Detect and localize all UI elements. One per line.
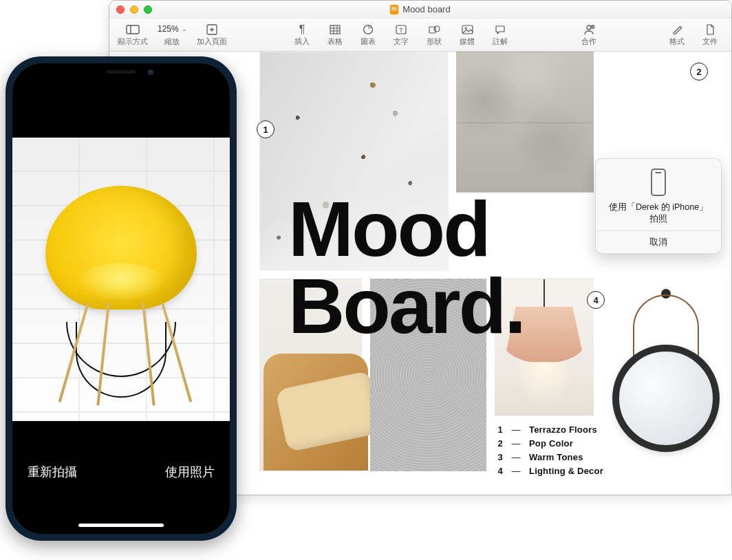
svg-point-14 bbox=[434, 26, 440, 32]
svg-rect-5 bbox=[330, 25, 340, 34]
collaborate-button[interactable]: 合作 bbox=[573, 23, 605, 48]
comment-label: 註解 bbox=[493, 36, 508, 47]
collaborate-icon bbox=[582, 24, 596, 35]
titlebar: Mood board bbox=[109, 1, 731, 19]
legend-row: 1 — Terrazzo Floors bbox=[495, 423, 653, 437]
legend-label: Lighting & Decor bbox=[529, 464, 603, 478]
moodboard-title[interactable]: Mood Board. bbox=[288, 191, 524, 344]
legend-label: Terrazzo Floors bbox=[529, 423, 597, 437]
collaborate-label: 合作 bbox=[581, 36, 596, 47]
shape-button[interactable]: 形狀 bbox=[418, 23, 450, 48]
document-label: 文件 bbox=[702, 36, 718, 47]
chart-button[interactable]: 圖表 bbox=[352, 23, 384, 48]
close-window-button[interactable] bbox=[116, 6, 125, 14]
legend-row: 2 — Pop Color bbox=[495, 437, 653, 451]
legend-label: Warm Tones bbox=[529, 451, 583, 464]
camera-photo-preview bbox=[12, 138, 230, 432]
insert-label: 插入 bbox=[294, 36, 310, 47]
table-icon bbox=[328, 24, 342, 35]
callout-marker-1: 1 bbox=[257, 120, 274, 138]
format-label: 格式 bbox=[669, 36, 685, 47]
legend-label: Pop Color bbox=[529, 437, 573, 451]
image-concrete[interactable] bbox=[456, 52, 594, 193]
legend-row: 3 — Warm Tones bbox=[495, 451, 653, 464]
chart-icon bbox=[361, 24, 375, 35]
format-button[interactable]: 格式 bbox=[661, 23, 693, 48]
chart-label: 圖表 bbox=[360, 36, 376, 47]
document-button[interactable]: 文件 bbox=[694, 23, 726, 48]
svg-text:T: T bbox=[399, 27, 403, 34]
zoom-value: 125% bbox=[158, 24, 179, 34]
iphone-notch bbox=[69, 63, 173, 81]
svg-point-17 bbox=[587, 25, 591, 30]
insert-button[interactable]: ¶ 插入 bbox=[286, 23, 318, 48]
popover-cancel-button[interactable]: 取消 bbox=[596, 230, 721, 253]
view-label: 顯示方式 bbox=[118, 36, 148, 47]
format-icon bbox=[670, 24, 684, 35]
svg-rect-0 bbox=[127, 25, 139, 34]
add-page-label: 加入頁面 bbox=[197, 36, 227, 47]
legend-list: 1 — Terrazzo Floors 2 — Pop Color 3 — Wa… bbox=[495, 423, 653, 479]
retake-button[interactable]: 重新拍攝 bbox=[28, 464, 77, 480]
popover-text-1: 使用「Derek 的 iPhone」 bbox=[603, 202, 714, 213]
legend-row: 4 — Lighting & Decor bbox=[495, 464, 653, 478]
camera-bottom-bar: 重新拍攝 使用照片 bbox=[12, 421, 230, 534]
media-icon bbox=[460, 24, 474, 35]
shape-icon bbox=[427, 24, 441, 35]
document-title-text: Mood board bbox=[402, 4, 450, 14]
callout-marker-2: 2 bbox=[690, 63, 708, 80]
media-button[interactable]: 媒體 bbox=[451, 23, 483, 48]
iphone-screen: 重新拍攝 使用照片 bbox=[12, 63, 230, 534]
home-indicator[interactable] bbox=[78, 524, 164, 527]
svg-point-16 bbox=[464, 28, 466, 30]
insert-icon: ¶ bbox=[295, 24, 309, 35]
shape-label: 形狀 bbox=[427, 36, 442, 47]
minimize-window-button[interactable] bbox=[130, 6, 138, 14]
document-icon bbox=[703, 24, 717, 35]
view-icon bbox=[126, 24, 140, 35]
comment-icon bbox=[493, 24, 507, 35]
table-button[interactable]: 表格 bbox=[319, 23, 351, 48]
pages-doc-icon bbox=[390, 5, 398, 14]
toolbar: 顯示方式 125% ⌄ 縮放 加入頁面 ¶ 插入 bbox=[109, 19, 731, 52]
add-page-icon bbox=[205, 24, 219, 35]
comment-button[interactable]: 註解 bbox=[484, 23, 516, 48]
window-controls bbox=[116, 6, 152, 14]
moodboard-title-l1: Mood bbox=[288, 191, 524, 268]
callout-marker-4: 4 bbox=[587, 291, 605, 309]
view-button[interactable]: 顯示方式 bbox=[115, 23, 151, 48]
use-photo-button[interactable]: 使用照片 bbox=[165, 464, 215, 480]
phone-outline-icon bbox=[651, 169, 666, 196]
text-icon: T bbox=[394, 24, 408, 35]
continuity-camera-popover: 使用「Derek 的 iPhone」 拍照 取消 bbox=[595, 158, 722, 254]
iphone-device: 重新拍攝 使用照片 bbox=[6, 56, 237, 541]
popover-text-2: 拍照 bbox=[603, 213, 714, 225]
text-button[interactable]: T 文字 bbox=[385, 23, 417, 48]
document-title: Mood board bbox=[390, 4, 450, 14]
add-page-button[interactable]: 加入頁面 bbox=[194, 23, 230, 48]
media-label: 媒體 bbox=[460, 36, 475, 47]
moodboard-title-l2: Board. bbox=[288, 268, 524, 345]
zoom-select[interactable]: 125% ⌄ 縮放 bbox=[152, 21, 193, 48]
table-label: 表格 bbox=[327, 36, 343, 47]
chair-image bbox=[39, 179, 204, 406]
popover-body: 使用「Derek 的 iPhone」 拍照 bbox=[596, 159, 721, 230]
zoom-window-button[interactable] bbox=[144, 6, 152, 14]
zoom-label: 縮放 bbox=[164, 36, 180, 47]
text-label: 文字 bbox=[394, 36, 409, 47]
chevron-down-icon: ⌄ bbox=[182, 25, 187, 32]
